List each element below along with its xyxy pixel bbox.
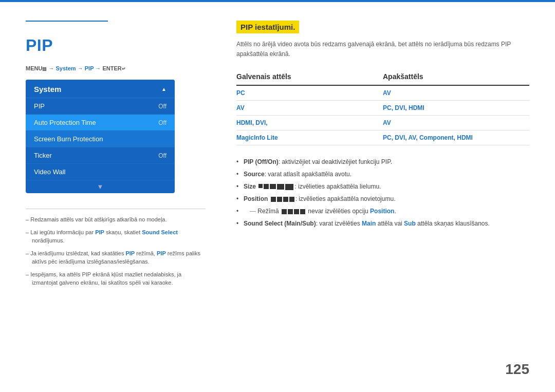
mode-icon-4 <box>300 209 305 214</box>
menu-item-screen-burn-label: Screen Burn Protection <box>34 135 103 143</box>
table-row: AV PC, DVI, HDMI <box>236 101 529 116</box>
arrow-down-icon: ▼ <box>26 180 175 193</box>
menu-item-video-wall[interactable]: Video Wall <box>26 164 175 180</box>
menu-item-auto-protection-label: Auto Protection Time <box>34 119 96 126</box>
bullet-list: PIP (Off/On): aktivizējiet vai deaktiviz… <box>236 156 529 230</box>
col1-header: Galvenais attēls <box>236 69 383 85</box>
menu-item-pip[interactable]: PIP Off <box>26 98 175 115</box>
position-icons <box>271 197 294 202</box>
bullet-4: Position : izvēlieties apakšattēla novie… <box>236 193 529 205</box>
table-cell-main-4: MagicInfo Lite <box>236 130 383 145</box>
menu-item-pip-label: PIP <box>34 102 45 110</box>
menu-item-ticker[interactable]: Ticker Off <box>26 147 175 164</box>
position-icon-1 <box>271 197 276 202</box>
table-cell-main-3: HDMI, DVI, <box>236 116 383 130</box>
bullet-1: PIP (Off/On): aktivizējiet vai deaktiviz… <box>236 156 529 168</box>
size-icon-4 <box>277 184 284 190</box>
position-icon-3 <box>283 197 288 202</box>
system-menu: System ▲ PIP Off Auto Protection Time Of… <box>26 80 175 193</box>
menu-item-ticker-value: Off <box>158 152 166 159</box>
top-divider <box>0 0 555 2</box>
size-icon-3 <box>270 184 276 189</box>
right-column: PIP iestatījumi. Attēls no ārējā video a… <box>221 21 529 377</box>
menu-item-video-wall-label: Video Wall <box>34 168 65 176</box>
mode-icon-3 <box>294 209 299 214</box>
position-icon-2 <box>277 197 282 202</box>
section-description: Attēls no ārējā video avota būs redzams … <box>236 40 529 59</box>
table-cell-sub-1: AV <box>383 85 529 101</box>
size-icon-1 <box>258 184 263 188</box>
bullet-3: Size : izvēlieties apakšattēla lielumu. <box>236 180 529 193</box>
menu-item-ticker-label: Ticker <box>34 152 52 159</box>
left-column: PIP MENU▤ → System → PIP → ENTER↵ System… <box>26 21 221 377</box>
bullet-2: Source: varat atlasīt apakšattēla avotu. <box>236 168 529 180</box>
note-2: Lai iegūtu informāciju par PIP skaņu, sk… <box>26 228 206 245</box>
table-row: PC AV <box>236 85 529 101</box>
notes-section: Redzamais attēls var būt atšķirīgs atkar… <box>26 209 206 287</box>
table-cell-sub-2: PC, DVI, HDMI <box>383 101 529 116</box>
table-cell-sub-4: PC, DVI, AV, Component, HDMI <box>383 130 529 145</box>
pip-table: Galvenais attēls Apakšattēls PC AV AV PC… <box>236 69 529 145</box>
page-number: 125 <box>505 361 529 378</box>
note-1: Redzamais attēls var būt atšķirīgs atkar… <box>26 215 206 224</box>
page-title: PIP <box>26 36 206 55</box>
position-icon-4 <box>289 197 294 202</box>
mode-icon-1 <box>282 209 287 214</box>
table-cell-sub-3: AV <box>383 116 529 130</box>
table-cell-main-2: AV <box>236 101 383 116</box>
bullet-6: Sound Select (Main/Sub): varat izvēlētie… <box>236 217 529 230</box>
menu-item-screen-burn[interactable]: Screen Burn Protection <box>26 131 175 147</box>
system-menu-title: System <box>34 85 61 94</box>
left-top-rule <box>26 21 108 22</box>
arrow-up-icon: ▲ <box>161 86 166 92</box>
menu-item-auto-protection[interactable]: Auto Protection Time Off <box>26 115 175 131</box>
system-menu-header: System ▲ <box>26 80 175 98</box>
size-icon-5 <box>285 184 293 190</box>
table-row: MagicInfo Lite PC, DVI, AV, Component, H… <box>236 130 529 145</box>
col2-header: Apakšattēls <box>383 69 529 85</box>
menu-item-auto-protection-value: Off <box>158 119 166 126</box>
table-cell-main-1: PC <box>236 85 383 101</box>
table-row: HDMI, DVI, AV <box>236 116 529 130</box>
menu-item-pip-value: Off <box>158 103 166 110</box>
mode-icons <box>282 209 305 214</box>
section-title: PIP iestatījumi. <box>236 21 299 33</box>
size-icon-2 <box>264 184 269 189</box>
bullet-5: — Režīmā nevar izvēlēties opciju Positio… <box>236 205 529 217</box>
size-icons <box>258 184 293 190</box>
note-4: Iespējams, ka attēls PIP ekrānā kļūst ma… <box>26 270 206 287</box>
menu-path: MENU▤ → System → PIP → ENTER↵ <box>26 65 206 71</box>
note-3: Ja ierādījumu izslēdzat, kad skatāties P… <box>26 249 206 266</box>
mode-icon-2 <box>288 209 293 214</box>
